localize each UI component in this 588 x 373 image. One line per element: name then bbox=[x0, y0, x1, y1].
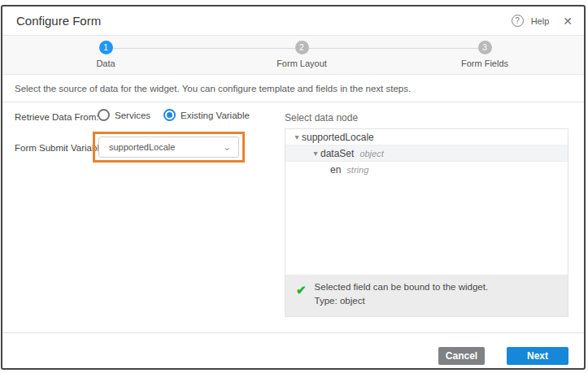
caret-down-icon[interactable]: ▾ bbox=[311, 149, 320, 158]
tree-node-label: en bbox=[330, 164, 341, 176]
binding-status-panel: ✔ Selected field can be bound to the wid… bbox=[285, 275, 568, 316]
step-2-badge: 2 bbox=[295, 41, 309, 54]
chevron-down-icon: ⌄ bbox=[223, 142, 231, 152]
tree-row-en[interactable]: en string bbox=[285, 162, 568, 178]
annotation-highlight-box: supportedLocale ⌄ bbox=[93, 132, 245, 163]
configure-form-dialog: Configure Form ? Help ✕ 1 Data 2 Form La… bbox=[1, 5, 586, 370]
radio-existing-variable[interactable] bbox=[163, 109, 176, 121]
dialog-title: Configure Form bbox=[16, 14, 101, 28]
step-2-label: Form Layout bbox=[253, 59, 351, 68]
tree-node-type: string bbox=[346, 165, 368, 175]
radio-services[interactable] bbox=[98, 109, 110, 121]
screen: Configure Form ? Help ✕ 1 Data 2 Form La… bbox=[0, 0, 588, 373]
caret-down-icon[interactable]: ▾ bbox=[292, 132, 302, 141]
step-data[interactable]: 1 Data bbox=[57, 41, 155, 68]
cancel-button[interactable]: Cancel bbox=[438, 347, 485, 365]
help-link[interactable]: Help bbox=[531, 16, 550, 26]
step-3-badge: 3 bbox=[478, 41, 492, 54]
tree-row-supportedlocale[interactable]: ▾ supportedLocale bbox=[285, 129, 568, 145]
form-submit-variable-select[interactable]: supportedLocale ⌄ bbox=[98, 137, 239, 158]
radio-services-label[interactable]: Services bbox=[115, 111, 150, 120]
check-icon: ✔ bbox=[296, 283, 307, 316]
tree-row-dataset[interactable]: ▾ dataSet object bbox=[285, 145, 568, 162]
dialog-body: Retrieve Data From: Services Existing Va… bbox=[2, 102, 584, 332]
tree-node-label: supportedLocale bbox=[302, 132, 374, 143]
dialog-footer: Cancel Next bbox=[2, 332, 584, 368]
tree-node-label: dataSet bbox=[320, 148, 354, 159]
binding-status-text: Selected field can be bound to the widge… bbox=[315, 280, 489, 316]
step-form-layout[interactable]: 2 Form Layout bbox=[253, 41, 351, 68]
binding-status-line2: Type: object bbox=[315, 294, 489, 308]
step-3-label: Form Fields bbox=[436, 59, 534, 68]
retrieve-data-label: Retrieve Data From: bbox=[15, 112, 99, 122]
next-button[interactable]: Next bbox=[507, 347, 568, 365]
help-icon[interactable]: ? bbox=[512, 15, 524, 27]
header-actions: ? Help ✕ bbox=[512, 15, 573, 28]
tree-node-type: object bbox=[359, 149, 383, 158]
step-1-badge: 1 bbox=[99, 41, 113, 54]
step-form-fields[interactable]: 3 Form Fields bbox=[436, 41, 534, 68]
binding-status-line1: Selected field can be bound to the widge… bbox=[315, 280, 489, 294]
dialog-header: Configure Form ? Help ✕ bbox=[2, 7, 584, 36]
step-1-label: Data bbox=[57, 59, 155, 68]
radio-existing-variable-label[interactable]: Existing Variable bbox=[181, 111, 250, 120]
select-data-node-title: Select data node bbox=[285, 112, 568, 124]
selected-variable-value: supportedLocale bbox=[109, 142, 175, 152]
retrieve-data-radio-group: Services Existing Variable bbox=[98, 109, 258, 121]
data-node-pane: Select data node ▾ supportedLocale ▾ dat… bbox=[285, 112, 568, 124]
data-node-tree: ▾ supportedLocale ▾ dataSet object en st… bbox=[285, 128, 568, 317]
instruction-bar: Select the source of data for the widget… bbox=[2, 75, 584, 102]
wizard-stepper: 1 Data 2 Form Layout 3 Form Fields bbox=[2, 36, 584, 75]
instruction-text: Select the source of data for the widget… bbox=[15, 84, 411, 93]
close-icon[interactable]: ✕ bbox=[563, 15, 573, 28]
